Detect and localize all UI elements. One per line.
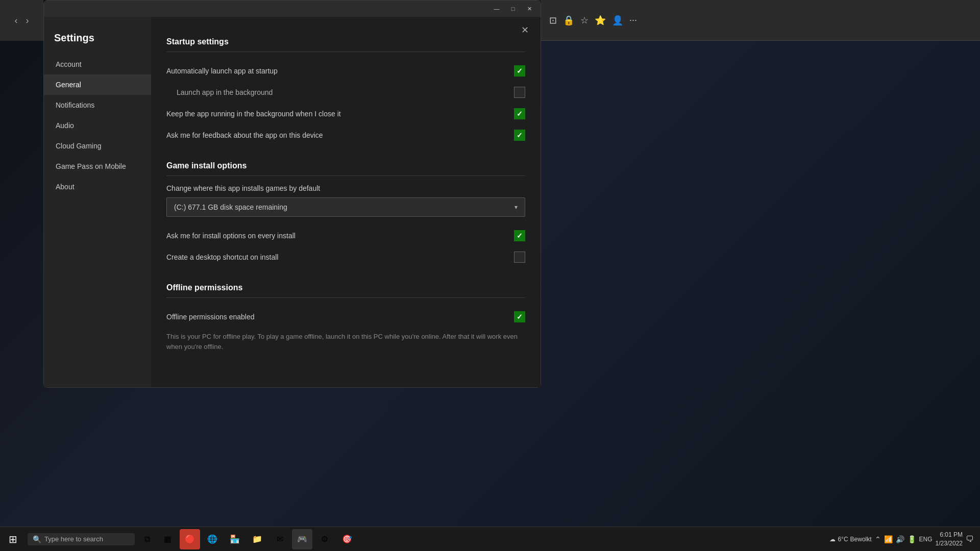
desktop-shortcut-checkbox[interactable] [514,252,525,263]
taskbar-app-icon-settings: ⚙ [321,534,328,544]
taskbar-app-icon-steam: 🎯 [342,534,352,544]
minimize-button[interactable]: — [489,4,504,14]
taskbar-icon-steam[interactable]: 🎯 [337,529,357,549]
settings-title: Settings [44,27,151,54]
browser-icon-3[interactable]: ☆ [580,15,589,26]
sidebar-item-game-pass-mobile[interactable]: Game Pass on Mobile [44,156,151,177]
browser-more-button[interactable]: ··· [629,15,637,26]
browser-bar: ⊡ 🔒 ☆ ⭐ 👤 ··· [541,0,980,41]
title-bar: — □ ✕ [44,1,541,17]
auto-launch-label: Automatically launch app at startup [166,67,278,75]
browser-icon-5[interactable]: 👤 [612,15,623,26]
change-install-label: Change where this app installs games by … [166,184,525,192]
search-placeholder-text: Type here to search [44,535,103,543]
install-divider [166,176,525,176]
desktop-shortcut-label: Create a desktop shortcut on install [166,253,278,261]
clock-widget[interactable]: 6:01 PM 1/23/2022 [936,531,963,548]
offline-note: This is your PC for offline play. To pla… [166,328,525,356]
launch-background-checkbox[interactable] [514,87,525,98]
taskbar-search[interactable]: 🔍 Type here to search [28,533,135,545]
notification-button[interactable]: 🗨 [966,535,974,544]
battery-icon[interactable]: 🔋 [908,535,916,543]
taskbar: ⊞ 🔍 Type here to search ⧉ ▦ 🔴 🌐 🏪 📁 ✉ 🎮 [0,527,980,551]
widgets-icon: ▦ [164,534,172,544]
browser-icon-2[interactable]: 🔒 [563,15,574,26]
taskbar-app-icon-explorer: 📁 [252,534,262,544]
panel-close-button[interactable]: ✕ [517,22,533,38]
sidebar-item-about[interactable]: About [44,177,151,197]
taskbar-icon-store[interactable]: 🏪 [225,529,245,549]
sidebar-item-account[interactable]: Account [44,54,151,74]
browser-icon-1[interactable]: ⊡ [549,15,557,26]
ask-feedback-checkbox[interactable] [514,130,525,141]
start-button[interactable]: ⊞ [0,527,26,552]
ask-install-options-row: Ask me for install options on every inst… [166,225,525,246]
sidebar: Settings Account General Notifications A… [44,17,151,387]
language-indicator[interactable]: ENG [919,536,933,543]
ask-feedback-label: Ask me for feedback about the app on thi… [166,131,323,139]
close-window-button[interactable]: ✕ [522,4,536,14]
taskbar-app-icons: 🔴 🌐 🏪 📁 ✉ 🎮 ⚙ 🎯 [180,529,357,549]
taskbar-icon-explorer[interactable]: 📁 [247,529,267,549]
clock-date: 1/23/2022 [936,539,963,548]
browser-forward-button[interactable]: › [24,13,31,28]
ask-install-options-checkbox[interactable] [514,230,525,241]
app-window: — □ ✕ Settings Account General Notificat… [43,0,541,388]
offline-enabled-checkbox[interactable] [514,311,525,322]
install-location-value: (C:) 677.1 GB disk space remaining [174,203,287,211]
taskbar-app-icon-1: 🔴 [185,534,195,544]
chevron-up-icon[interactable]: ⌃ [875,535,881,543]
network-icon[interactable]: 📶 [884,535,893,543]
browser-nav-bar: ‹ › [0,0,43,41]
taskbar-icon-xbox[interactable]: 🎮 [292,529,312,549]
task-view-icon: ⧉ [144,535,150,544]
ask-install-options-label: Ask me for install options on every inst… [166,232,296,240]
taskbar-icon-edge[interactable]: 🌐 [202,529,223,549]
weather-widget[interactable]: ☁ 6°C Bewolkt [829,536,871,543]
launch-background-row: Launch app in the background [166,82,525,103]
maximize-button[interactable]: □ [506,4,520,14]
auto-launch-row: Automatically launch app at startup [166,60,525,82]
sidebar-item-cloud-gaming[interactable]: Cloud Gaming [44,136,151,156]
task-view-button[interactable]: ⧉ [137,529,157,549]
offline-enabled-label: Offline permissions enabled [166,313,255,321]
sidebar-item-audio[interactable]: Audio [44,115,151,136]
taskbar-app-icon-mail: ✉ [277,534,283,544]
taskbar-app-icon-edge: 🌐 [207,534,217,544]
weather-condition: Bewolkt [850,536,872,543]
browser-back-button[interactable]: ‹ [13,13,20,28]
ask-feedback-row: Ask me for feedback about the app on thi… [166,124,525,146]
offline-enabled-row: Offline permissions enabled [166,306,525,328]
keep-running-row: Keep the app running in the background w… [166,103,525,124]
clock-time: 6:01 PM [936,531,963,539]
startup-divider [166,52,525,52]
sidebar-item-general[interactable]: General [44,74,151,95]
content-area: Settings Account General Notifications A… [44,17,541,387]
taskbar-app-icon-store: 🏪 [230,534,240,544]
sidebar-item-notifications[interactable]: Notifications [44,95,151,115]
weather-temp: 6°C [838,536,848,543]
search-icon: 🔍 [33,535,41,543]
start-icon: ⊞ [9,533,17,545]
keep-running-checkbox[interactable] [514,108,525,119]
install-location-dropdown[interactable]: (C:) 677.1 GB disk space remaining ▾ [166,197,525,217]
taskbar-icon-red[interactable]: 🔴 [180,529,200,549]
weather-icon: ☁ [829,536,836,543]
install-section-title: Game install options [166,161,525,170]
system-tray-icons: ⌃ 📶 🔊 🔋 [875,535,916,543]
taskbar-app-icon-xbox: 🎮 [297,534,307,544]
auto-launch-checkbox[interactable] [514,65,525,77]
browser-icon-4[interactable]: ⭐ [595,15,606,26]
startup-section-title: Startup settings [166,37,525,46]
keep-running-label: Keep the app running in the background w… [166,110,341,118]
volume-icon[interactable]: 🔊 [896,535,904,543]
offline-divider [166,297,525,298]
dropdown-chevron-icon: ▾ [514,204,518,211]
taskbar-icon-mail[interactable]: ✉ [270,529,290,549]
offline-section-title: Offline permissions [166,283,525,292]
taskbar-icon-settings[interactable]: ⚙ [314,529,335,549]
desktop-shortcut-row: Create a desktop shortcut on install [166,246,525,268]
taskbar-right: ☁ 6°C Bewolkt ⌃ 📶 🔊 🔋 ENG 6:01 PM 1/23/2… [829,531,980,548]
settings-panel: ✕ Startup settings Automatically launch … [151,17,541,387]
widgets-button[interactable]: ▦ [157,529,178,549]
